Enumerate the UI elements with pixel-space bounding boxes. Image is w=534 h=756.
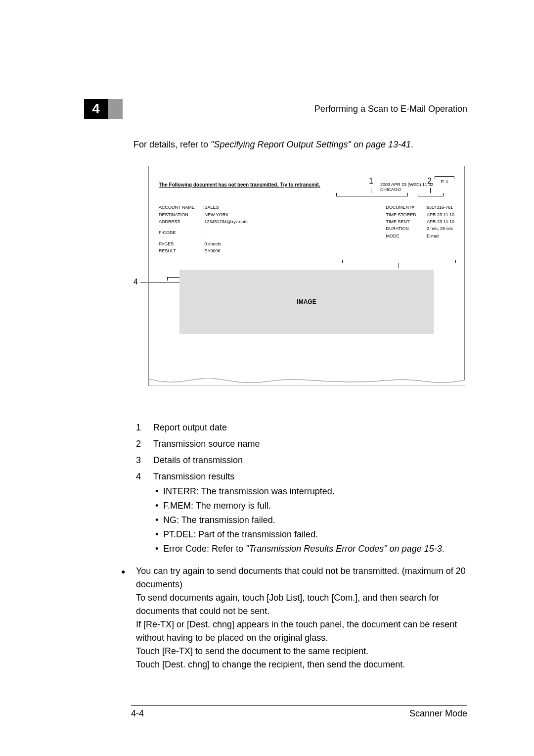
footer-mode: Scanner Mode	[409, 709, 467, 719]
lbl-time-stored: TIME STORED	[386, 211, 425, 218]
report-fields: ACCOUNT NAME:SALES DESTINATION:NEW YORK …	[159, 194, 454, 254]
callout-legend: 1 Report output date 2 Transmission sour…	[136, 421, 475, 556]
val-pages: :0 sheets	[203, 240, 222, 247]
report-image-placeholder: IMAGE	[179, 270, 434, 334]
legend-item-1: 1 Report output date	[136, 421, 475, 435]
legend-text-4: Transmission results	[153, 470, 234, 484]
torn-edge-icon	[149, 378, 465, 386]
report-left-fields: ACCOUNT NAME:SALES DESTINATION:NEW YORK …	[159, 204, 248, 254]
note-text: You can try again to send documents that…	[136, 565, 470, 671]
sub-error-code: Error Code: Refer to "Transmission Resul…	[153, 542, 475, 556]
sub-fmem: F.MEM: The memory is full.	[153, 499, 475, 513]
lbl-docnum: DOCUMENT#	[386, 204, 425, 211]
val-account-name: :SALES	[203, 204, 219, 211]
val-address: :123451234@xyz.com	[203, 218, 248, 225]
image-placeholder-label: IMAGE	[297, 298, 316, 305]
chapter-number: 4	[92, 101, 100, 117]
lbl-mode: MODE	[386, 233, 425, 239]
report-heading-wrap: The Following document has not been tran…	[159, 182, 374, 192]
report-top-row: The Following document has not been tran…	[159, 182, 454, 192]
header-divider	[138, 118, 467, 118]
lbl-result: RESULT	[159, 247, 203, 254]
page-header-title: Performing a Scan to E-Mail Operation	[314, 104, 467, 114]
lbl-time-sent: TIME SENT	[386, 218, 425, 225]
report-page-tag-box: P. 1	[435, 176, 454, 184]
intro-paragraph: For details, refer to "Specifying Report…	[134, 139, 475, 151]
val-time-sent: :APR 23 11:10	[425, 218, 454, 225]
chapter-badge-accent	[108, 99, 123, 119]
lbl-account-name: ACCOUNT NAME	[159, 204, 203, 211]
legend-text-3: Details of transmission	[153, 453, 243, 468]
legend-text-2: Transmission source name	[153, 437, 260, 451]
lbl-pages: PAGES	[159, 240, 203, 247]
val-duration: :2 min, 28 sec	[425, 225, 453, 232]
val-destination: :NEW YORK	[203, 211, 228, 218]
intro-suffix: .	[411, 140, 413, 149]
legend-4-sublist: INTERR: The transmission was interrupted…	[153, 484, 475, 556]
legend-num-2: 2	[136, 437, 153, 451]
legend-num-1: 1	[136, 421, 153, 435]
legend-text-1: Report output date	[153, 421, 227, 435]
val-fcode: :	[203, 229, 205, 236]
val-result: :EA0006	[203, 247, 221, 254]
val-docnum: :6514316-761	[425, 204, 453, 211]
sub-ng: NG: The transmission failed.	[153, 513, 475, 527]
sub-error-suffix: .	[442, 544, 445, 554]
report-body: The Following document has not been tran…	[149, 166, 464, 333]
lbl-destination: DESTINATION	[159, 211, 203, 218]
report-preview: P. 1 The Following document has not been…	[148, 166, 465, 386]
note-paragraph: ● You can try again to send documents th…	[121, 565, 470, 671]
lbl-fcode: F-CODE	[159, 229, 203, 236]
bullet-icon: ●	[121, 565, 136, 671]
legend-item-3: 3 Details of transmission	[136, 453, 475, 468]
sub-ptdel: PT.DEL: Part of the transmission failed.	[153, 527, 475, 542]
legend-num-4: 4	[136, 470, 153, 484]
sub-interr: INTERR: The transmission was interrupted…	[153, 484, 475, 499]
sub-error-ref: "Transmission Results Error Codes" on pa…	[246, 544, 442, 554]
report-location: CHICAGO	[380, 187, 454, 192]
val-time-stored: :APR 23 11:10	[425, 211, 454, 218]
report-heading: The Following document has not been tran…	[159, 182, 320, 188]
report-diagram: 1 2 3 4 P. 1 The Following document has …	[124, 166, 475, 393]
val-mode: :E-mail	[425, 233, 439, 239]
intro-prefix: For details, refer to	[134, 140, 211, 149]
chapter-number-badge: 4	[84, 99, 108, 119]
legend-num-3: 3	[136, 453, 153, 468]
lbl-address: ADDRESS	[159, 218, 203, 225]
callout-4: 4	[134, 278, 138, 286]
intro-reference: "Specifying Report Output Settings" on p…	[211, 140, 411, 149]
legend-item-4: 4 Transmission results INTERR: The trans…	[136, 470, 475, 556]
report-page-number: P. 1	[435, 179, 454, 184]
sub-error-prefix: Error Code: Refer to	[163, 544, 246, 554]
legend-item-2: 2 Transmission source name	[136, 437, 475, 451]
report-right-fields: DOCUMENT#:6514316-761 TIME STORED:APR 23…	[386, 204, 454, 254]
footer-page-number: 4-4	[131, 709, 144, 719]
footer-divider	[131, 705, 467, 706]
lbl-duration: DURATION	[386, 225, 425, 232]
